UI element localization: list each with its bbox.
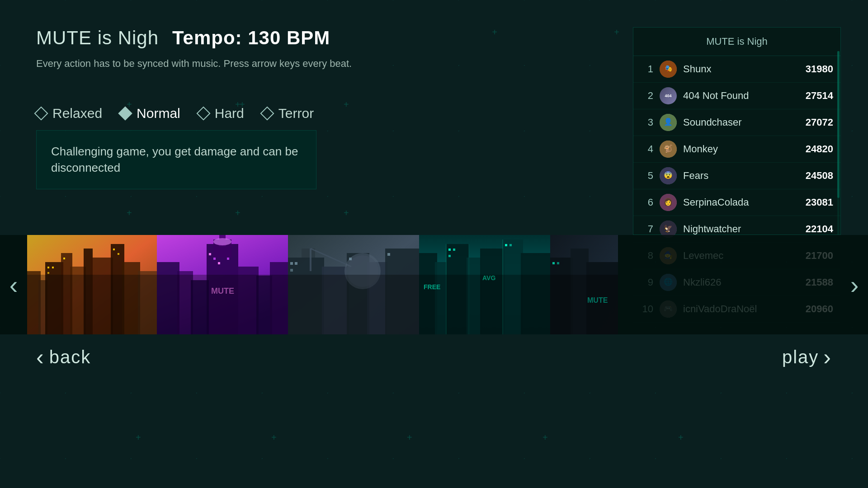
svg-text:🦅: 🦅 <box>664 224 673 233</box>
carousel-section: ‹ <box>0 235 868 334</box>
player-name-7: Nightwatcher <box>683 223 799 235</box>
svg-text:AVG: AVG <box>482 274 495 282</box>
carousel-prev-button[interactable]: ‹ <box>0 235 27 334</box>
leaderboard-row: 1 🎭 Shunx 31980 <box>633 56 840 83</box>
svg-rect-27 <box>122 262 140 334</box>
back-arrow-icon: ‹ <box>36 344 45 370</box>
svg-rect-62 <box>290 262 293 265</box>
svg-rect-20 <box>38 280 47 334</box>
player-score-3: 27072 <box>806 117 833 128</box>
difficulty-hard[interactable]: Hard <box>198 106 244 121</box>
svg-rect-43 <box>256 276 272 334</box>
leaderboard-row: 2 404 404 Not Found 27514 <box>633 83 840 109</box>
svg-rect-86 <box>550 258 573 334</box>
rank-6: 6 <box>641 197 653 208</box>
diamond-hard <box>196 106 210 120</box>
svg-rect-87 <box>571 249 589 334</box>
svg-rect-26 <box>111 244 124 334</box>
svg-rect-22 <box>61 253 72 334</box>
svg-rect-29 <box>47 267 49 268</box>
difficulty-terror-label: Terror <box>278 106 314 121</box>
carousel-item-1[interactable] <box>27 235 157 334</box>
svg-text:👩: 👩 <box>664 197 673 206</box>
back-button[interactable]: ‹ back <box>36 344 91 370</box>
song-description: Every action has to be synced with music… <box>36 58 615 70</box>
svg-text:MUTE: MUTE <box>211 286 234 296</box>
avatar-3: 👤 <box>660 114 677 131</box>
player-name-1: Shunx <box>683 63 799 75</box>
svg-rect-66 <box>387 253 390 256</box>
svg-rect-40 <box>177 271 193 334</box>
carousel-item-5[interactable]: MUTE <box>550 235 618 334</box>
svg-text:🐒: 🐒 <box>664 144 673 153</box>
carousel-next-button[interactable]: › <box>841 235 868 334</box>
svg-rect-42 <box>238 267 259 334</box>
left-panel: MUTE is Nigh Tempo: 130 BPM Every action… <box>36 27 633 235</box>
player-name-4: Monkey <box>683 143 799 155</box>
rank-4: 4 <box>641 143 653 155</box>
diamond-relaxed <box>34 106 48 120</box>
svg-rect-44 <box>270 262 288 334</box>
svg-rect-33 <box>113 249 115 250</box>
svg-rect-46 <box>209 253 211 255</box>
svg-text:FREE: FREE <box>424 283 440 291</box>
svg-rect-79 <box>448 255 451 257</box>
leaderboard-row: 4 🐒 Monkey 24820 <box>633 136 840 163</box>
svg-text:👤: 👤 <box>664 117 673 126</box>
leaderboard-panel: MUTE is Nigh 1 🎭 Shunx 31980 2 404 404 N… <box>633 27 841 235</box>
svg-rect-80 <box>505 244 507 246</box>
play-button[interactable]: play › <box>782 344 832 370</box>
difficulty-normal[interactable]: Normal <box>120 106 180 121</box>
svg-rect-39 <box>157 262 179 334</box>
svg-rect-57 <box>385 249 419 334</box>
svg-rect-72 <box>480 249 505 334</box>
avatar-1: 🎭 <box>660 61 677 78</box>
back-label: back <box>49 347 91 367</box>
avatar-2: 404 <box>660 87 677 104</box>
svg-rect-65 <box>349 258 352 260</box>
svg-rect-32 <box>63 258 65 259</box>
tempo: Tempo: 130 BPM <box>172 27 330 49</box>
player-score-2: 27514 <box>806 90 833 102</box>
svg-rect-68 <box>419 253 437 334</box>
player-score-7: 22104 <box>806 223 833 235</box>
difficulty-relaxed[interactable]: Relaxed <box>36 106 102 121</box>
difficulty-selector: Relaxed Normal Hard Terror <box>36 106 615 121</box>
svg-rect-23 <box>70 267 86 334</box>
player-score-6: 23081 <box>806 197 833 208</box>
difficulty-description: Challenging game, you get damage and can… <box>36 130 316 189</box>
diamond-normal <box>118 106 132 120</box>
svg-rect-41 <box>191 280 209 334</box>
rank-7: 7 <box>641 223 653 235</box>
bottom-nav: ‹ back play › <box>0 334 868 380</box>
player-score-5: 24508 <box>806 170 833 182</box>
rank-3: 3 <box>641 117 653 128</box>
scrollbar-thumb[interactable] <box>837 51 840 198</box>
svg-rect-64 <box>290 269 293 272</box>
play-arrow-icon: › <box>823 344 832 370</box>
svg-rect-30 <box>52 267 54 268</box>
title-row: MUTE is Nigh Tempo: 130 BPM <box>36 27 615 49</box>
carousel-item-2[interactable]: MUTE <box>157 235 288 334</box>
player-name-5: Fears <box>683 170 799 182</box>
svg-rect-74 <box>521 253 550 334</box>
scrollbar-track[interactable] <box>837 51 840 235</box>
diamond-terror <box>260 106 274 120</box>
leaderboard-row: 5 😨 Fears 24508 <box>633 163 840 189</box>
song-title: MUTE is Nigh <box>36 27 159 49</box>
carousel-item-4[interactable]: FREE AVG <box>419 235 550 334</box>
svg-point-45 <box>213 238 231 245</box>
svg-rect-31 <box>47 272 49 274</box>
difficulty-terror[interactable]: Terror <box>262 106 314 121</box>
player-name-6: SerpinaColada <box>683 197 799 208</box>
svg-rect-70 <box>446 244 469 334</box>
svg-rect-54 <box>322 267 349 334</box>
svg-text:😨: 😨 <box>664 171 673 179</box>
player-name-2: 404 Not Found <box>683 90 799 102</box>
svg-rect-78 <box>453 249 455 251</box>
svg-rect-34 <box>118 253 119 255</box>
carousel-item-3[interactable] <box>288 235 419 334</box>
svg-rect-88 <box>586 262 618 334</box>
leaderboard-title: MUTE is Nigh <box>633 28 840 56</box>
difficulty-hard-label: Hard <box>215 106 244 121</box>
